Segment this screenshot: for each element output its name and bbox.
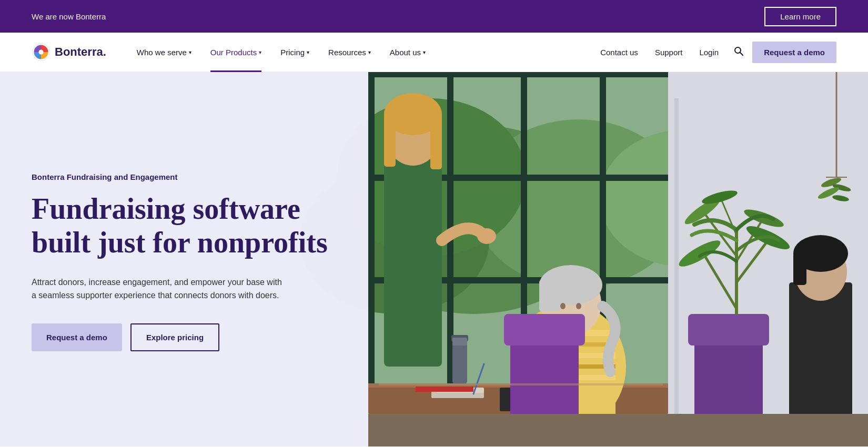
request-demo-button[interactable]: Request a demo [752, 42, 836, 63]
svg-rect-13 [368, 72, 375, 388]
support-link[interactable]: Support [649, 44, 689, 61]
hero-request-demo-button[interactable]: Request a demo [32, 323, 122, 351]
chevron-down-icon: ▾ [423, 49, 426, 55]
login-link[interactable]: Login [693, 44, 725, 61]
nav-right: Contact us Support Login Request a demo [594, 42, 836, 63]
svg-point-61 [477, 228, 496, 244]
banner-text: We are now Bonterra [32, 12, 106, 21]
nav-item-about-us[interactable]: About us ▾ [380, 33, 435, 72]
chevron-down-icon: ▾ [307, 49, 309, 55]
hero-explore-pricing-button[interactable]: Explore pricing [130, 323, 219, 351]
svg-rect-60 [430, 111, 442, 169]
svg-point-1 [39, 50, 44, 55]
contact-us-link[interactable]: Contact us [594, 44, 644, 61]
logo[interactable]: Bonterra. [32, 43, 106, 62]
hero-buttons: Request a demo Explore pricing [32, 323, 337, 351]
hero-description: Attract donors, increase engagement, and… [32, 276, 284, 302]
nav-item-pricing[interactable]: Pricing ▾ [271, 33, 319, 72]
svg-rect-59 [384, 114, 396, 167]
hero-title: Fundraising software built just for nonp… [32, 192, 337, 260]
svg-rect-77 [688, 314, 769, 346]
chevron-down-icon: ▾ [368, 49, 371, 55]
svg-rect-71 [539, 280, 560, 311]
svg-rect-75 [504, 314, 585, 346]
svg-rect-24 [368, 72, 684, 77]
nav-main: Who we serve ▾ Our Products ▾ Pricing ▾ … [127, 33, 594, 72]
svg-rect-81 [793, 253, 806, 285]
chevron-down-icon: ▾ [189, 49, 191, 55]
svg-rect-56 [384, 156, 442, 367]
logo-text: Bonterra. [55, 45, 106, 59]
learn-more-button[interactable]: Learn more [764, 7, 836, 26]
hero-section: Bonterra Fundraising and Engagement Fund… [0, 72, 868, 446]
navbar: Bonterra. Who we serve ▾ Our Products ▾ … [0, 33, 868, 72]
svg-rect-19 [453, 175, 606, 181]
top-banner: We are now Bonterra Learn more [0, 0, 868, 33]
svg-line-3 [740, 52, 743, 55]
svg-point-73 [576, 303, 581, 309]
hero-card: Bonterra Fundraising and Engagement Fund… [0, 72, 368, 446]
search-icon[interactable] [729, 42, 748, 63]
svg-rect-82 [368, 414, 868, 446]
hero-subtitle: Bonterra Fundraising and Engagement [32, 172, 337, 181]
chevron-down-icon: ▾ [259, 49, 261, 55]
svg-rect-83 [379, 383, 663, 385]
svg-point-72 [560, 303, 566, 309]
nav-item-our-products[interactable]: Our Products ▾ [201, 33, 271, 72]
nav-item-who-we-serve[interactable]: Who we serve ▾ [127, 33, 201, 72]
svg-rect-49 [452, 338, 467, 346]
svg-rect-22 [606, 175, 674, 181]
nav-item-resources[interactable]: Resources ▾ [319, 33, 380, 72]
logo-icon [32, 43, 51, 62]
svg-rect-23 [606, 277, 674, 283]
svg-rect-54 [416, 387, 473, 392]
svg-rect-26 [674, 98, 679, 414]
